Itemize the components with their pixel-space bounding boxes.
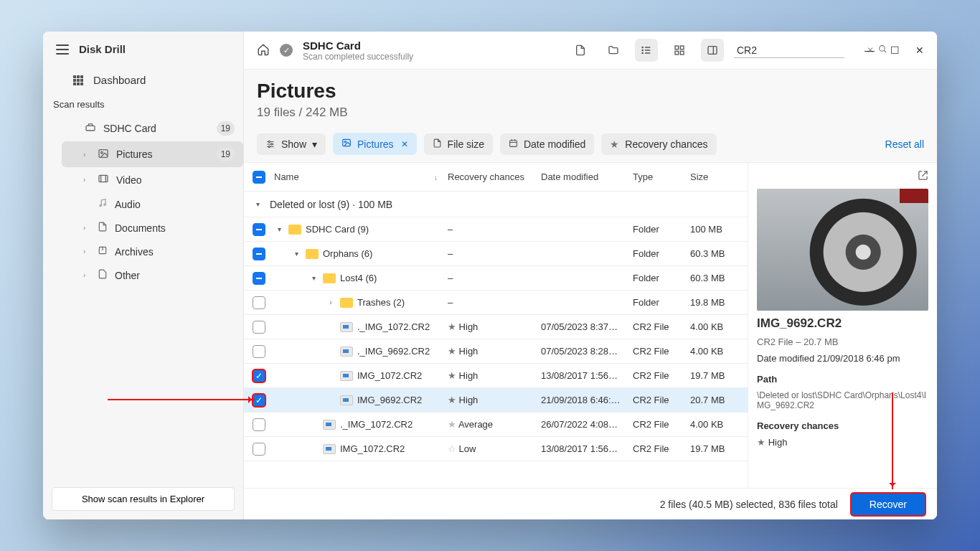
file-name: SDHC Card (9) [306, 224, 369, 235]
col-size[interactable]: Size [690, 171, 748, 182]
expand-icon[interactable]: ▾ [308, 274, 319, 282]
show-dropdown[interactable]: Show ▾ [257, 133, 326, 155]
sidebar-dashboard[interactable]: Dashboard [43, 67, 243, 93]
sidebar-item[interactable]: SDHC Card 19 [62, 116, 243, 141]
row-checkbox[interactable] [253, 296, 265, 309]
doc-icon [98, 222, 108, 234]
file-title: IMG_9692.CR2 [757, 316, 928, 331]
list-view-button[interactable] [635, 39, 658, 62]
sidebar-tree: SDHC Card 19› Pictures 19› Video Audio ›… [43, 116, 243, 287]
svg-point-38 [268, 146, 270, 147]
size-cell: 20.7 MB [690, 395, 748, 405]
table-row[interactable]: IMG_1072.CR2 ★ High 13/08/2017 1:56… CR2… [244, 364, 748, 388]
sidebar-item[interactable]: › Pictures 19 [62, 141, 243, 167]
group-header[interactable]: ▾ Deleted or lost (9) · 100 MB [244, 192, 748, 217]
folder-icon-button[interactable] [602, 39, 625, 62]
row-checkbox[interactable] [253, 394, 265, 407]
minimize-button[interactable]: — [864, 44, 875, 56]
search-input[interactable] [737, 44, 862, 56]
table-row[interactable]: ._IMG_1072.CR2 ★ High 07/05/2023 8:37… C… [244, 315, 748, 339]
recovery-cell: – [448, 297, 541, 308]
image-icon [98, 148, 109, 161]
file-name: ._IMG_1072.CR2 [340, 419, 413, 430]
star-icon: ★ [448, 419, 456, 430]
table-row[interactable]: ▾ Lost4 (6) – Folder 60.3 MB [244, 266, 748, 291]
row-checkbox[interactable] [253, 248, 265, 260]
img-icon [340, 371, 353, 381]
grid-view-button[interactable] [668, 39, 691, 62]
table-row[interactable]: ▾ SDHC Card (9) – Folder 100 MB [244, 217, 748, 242]
row-checkbox[interactable] [253, 223, 265, 236]
menu-icon[interactable] [56, 44, 69, 55]
row-checkbox[interactable] [253, 369, 265, 382]
filter-filesize[interactable]: File size [424, 133, 493, 155]
maximize-button[interactable]: ☐ [890, 44, 900, 56]
svg-rect-8 [80, 83, 83, 85]
col-name[interactable]: Name [274, 171, 299, 182]
sidebar-item-label: Audio [115, 199, 141, 210]
svg-point-23 [642, 52, 643, 53]
recovery-cell: – [448, 248, 541, 259]
table-row[interactable]: ._IMG_1072.CR2 ★ Average 26/07/2022 4:08… [244, 413, 748, 437]
home-icon[interactable] [257, 43, 270, 58]
audio-icon [98, 198, 108, 210]
sidebar-item[interactable]: › Archives [62, 240, 243, 263]
sort-icon[interactable]: ↓ [434, 173, 438, 182]
sidebar-item[interactable]: › Video [62, 167, 243, 192]
row-checkbox[interactable] [253, 272, 265, 285]
sidebar-item[interactable]: Audio [62, 192, 243, 216]
svg-rect-28 [680, 51, 684, 55]
reset-all-link[interactable]: Reset all [885, 138, 924, 150]
svg-rect-7 [77, 83, 80, 85]
table-row[interactable]: IMG_1072.CR2 ☆ Low 13/08/2017 1:56… CR2 … [244, 437, 748, 461]
type-cell: Folder [633, 248, 690, 259]
results-table[interactable]: Name↓ Recovery chances Date modified Typ… [244, 163, 748, 488]
close-button[interactable]: ✕ [915, 44, 924, 56]
svg-rect-41 [510, 140, 517, 146]
col-recovery[interactable]: Recovery chances [448, 171, 541, 182]
table-row[interactable]: › Trashes (2) – Folder 19.8 MB [244, 291, 748, 315]
svg-point-36 [268, 141, 270, 142]
table-row[interactable]: IMG_9692.CR2 ★ High 21/09/2018 6:46:… CR… [244, 388, 748, 413]
chevron-down-icon[interactable]: ▾ [253, 200, 263, 208]
path-label: Path [757, 374, 928, 385]
sidebar-section: Scan results [43, 93, 243, 116]
col-type[interactable]: Type [633, 171, 690, 182]
row-checkbox[interactable] [253, 418, 265, 431]
type-cell: Folder [633, 297, 690, 308]
side-panel-button[interactable] [701, 39, 724, 62]
filter-datemodified[interactable]: Date modified [500, 133, 594, 155]
svg-rect-27 [675, 51, 679, 55]
expand-icon[interactable]: › [326, 298, 336, 306]
filter-recovery[interactable]: ★ Recovery chances [601, 133, 716, 155]
filter-pictures[interactable]: Pictures ✕ [333, 133, 417, 155]
recover-button[interactable]: Recover [851, 493, 925, 516]
show-in-explorer-button[interactable]: Show scan results in Explorer [52, 487, 235, 511]
row-checkbox[interactable] [253, 321, 265, 334]
svg-rect-10 [99, 149, 108, 157]
sidebar-item[interactable]: › Other [62, 263, 243, 287]
open-external-icon[interactable] [918, 170, 928, 183]
other-icon [98, 269, 108, 281]
chevron-icon: › [83, 151, 90, 159]
search-field[interactable]: ✕ [734, 43, 844, 58]
file-name: IMG_1072.CR2 [357, 370, 422, 381]
filter-bar: Show ▾ Pictures ✕ File size Date modifie… [257, 133, 924, 155]
sidebar-item[interactable]: › Documents [62, 216, 243, 240]
type-cell: CR2 File [633, 443, 690, 454]
expand-icon[interactable]: ▾ [291, 250, 301, 258]
table-row[interactable]: ▾ Orphans (6) – Folder 60.3 MB [244, 242, 748, 266]
app-title-bar: Disk Drill [43, 32, 243, 67]
table-row[interactable]: ._IMG_9692.CR2 ★ High 07/05/2023 8:28… C… [244, 339, 748, 364]
col-date[interactable]: Date modified [541, 171, 633, 182]
remove-filter-icon[interactable]: ✕ [401, 139, 408, 149]
row-checkbox[interactable] [253, 443, 265, 456]
file-icon-button[interactable] [569, 39, 592, 62]
select-all-checkbox[interactable] [253, 171, 265, 184]
svg-point-21 [642, 50, 643, 50]
expand-icon[interactable]: ▾ [274, 225, 284, 233]
app-name: Disk Drill [79, 43, 126, 55]
size-cell: 19.7 MB [690, 443, 748, 454]
dashboard-label: Dashboard [93, 74, 146, 86]
row-checkbox[interactable] [253, 345, 265, 358]
